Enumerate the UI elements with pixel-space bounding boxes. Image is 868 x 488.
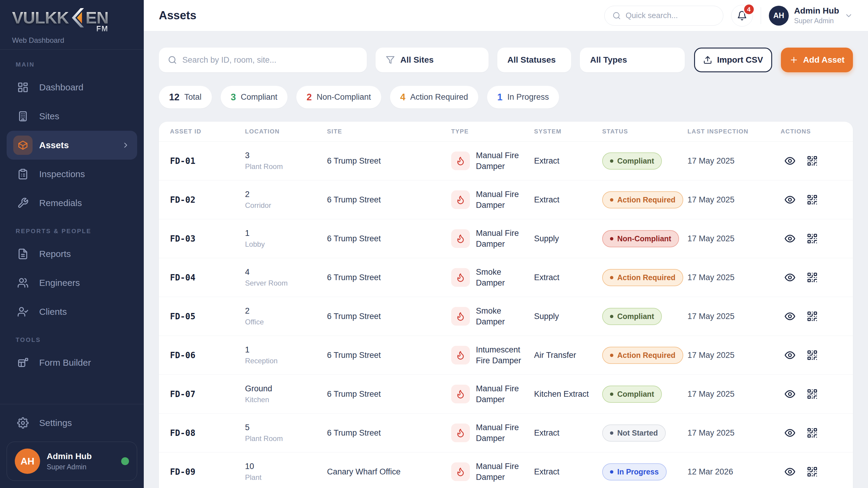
asset-site: 6 Trump Street <box>327 234 451 243</box>
assets-icon <box>18 140 28 151</box>
asset-type-label: Intumescent Fire Damper <box>476 344 526 366</box>
asset-type: Manual Fire Damper <box>451 422 534 444</box>
asset-location: 1 Lobby <box>245 229 327 249</box>
status-label: Compliant <box>617 312 654 321</box>
view-asset-button[interactable] <box>784 311 796 322</box>
status-dot <box>610 354 613 357</box>
asset-type-label: Manual Fire Damper <box>476 461 526 483</box>
location-room: Plant <box>245 473 327 482</box>
table-row[interactable]: FD-03 1 Lobby 6 Trump Street Manual Fire… <box>159 219 853 258</box>
sidebar-item[interactable]: Clients <box>7 297 137 326</box>
asset-site: 6 Trump Street <box>327 195 451 204</box>
table-header-row: ASSET ID LOCATION SITE TYPE SYSTEM STATU… <box>159 122 853 141</box>
qr-code-button[interactable] <box>807 466 818 478</box>
row-actions <box>781 350 842 361</box>
asset-search-input[interactable]: Search by ID, room, site... <box>159 47 367 72</box>
type-filter-dropdown[interactable]: All Types <box>580 47 685 72</box>
view-asset-button[interactable] <box>784 388 796 400</box>
view-asset-button[interactable] <box>784 466 796 478</box>
asset-id: FD-05 <box>170 312 245 321</box>
asset-type-label: Manual Fire Damper <box>476 228 526 250</box>
status-filter-dropdown[interactable]: All Statuses <box>497 47 571 72</box>
filter-bar: Search by ID, room, site... All Sites Al… <box>159 47 853 72</box>
asset-site: Canary Wharf Office <box>327 467 451 477</box>
last-inspection-date: 17 May 2025 <box>687 312 781 321</box>
qr-code-button[interactable] <box>807 311 818 322</box>
upload-icon <box>703 56 712 64</box>
logo-chevron-icon <box>69 8 85 27</box>
status-dot <box>610 159 613 163</box>
stat-pill[interactable]: 3 Compliant <box>221 86 288 108</box>
status-dot <box>610 315 613 318</box>
flame-icon <box>456 234 465 243</box>
sidebar-item[interactable]: Assets <box>7 131 137 160</box>
row-actions <box>781 466 842 478</box>
column-header: ASSET ID <box>170 128 245 135</box>
qr-code-button[interactable] <box>807 388 818 400</box>
view-asset-button[interactable] <box>784 233 796 244</box>
view-asset-button[interactable] <box>784 272 796 283</box>
sidebar-section-label: MAIN <box>7 51 137 73</box>
quick-search-input[interactable]: Quick search... <box>604 6 723 26</box>
table-row[interactable]: FD-08 5 Plant Room 6 Trump Street Manual… <box>159 414 853 452</box>
table-row[interactable]: FD-07 Ground Kitchen 6 Trump Street Manu… <box>159 375 853 414</box>
chevron-down-icon <box>844 11 853 20</box>
location-floor: 5 <box>245 423 327 432</box>
asset-type-label: Manual Fire Damper <box>476 150 526 172</box>
table-row[interactable]: FD-02 2 Corridor 6 Trump Street Manual F… <box>159 181 853 219</box>
status-dot <box>610 431 613 435</box>
sites-filter-dropdown[interactable]: All Sites <box>375 47 488 72</box>
sidebar-item-settings[interactable]: Settings <box>7 409 137 437</box>
asset-type-label: Manual Fire Damper <box>476 383 526 405</box>
user-name: Admin Hub <box>47 452 92 461</box>
table-row[interactable]: FD-04 4 Server Room 6 Trump Street Smoke… <box>159 258 853 297</box>
status-badge: Non-Compliant <box>602 230 679 247</box>
table-row[interactable]: FD-06 1 Reception 6 Trump Street Intumes… <box>159 336 853 375</box>
qr-code-button[interactable] <box>807 350 818 361</box>
view-asset-button[interactable] <box>784 427 796 438</box>
sidebar-item-label: Reports <box>39 249 71 259</box>
sidebar-item[interactable]: Form Builder <box>7 348 137 377</box>
qr-code-button[interactable] <box>807 272 818 283</box>
user-menu[interactable]: AH Admin Hub Super Admin <box>769 6 853 26</box>
sidebar-user-card[interactable]: AH Admin Hub Super Admin <box>7 442 137 481</box>
qr-code-button[interactable] <box>807 194 818 205</box>
asset-system: Extract <box>534 273 602 282</box>
sidebar-item[interactable]: Reports <box>7 239 137 268</box>
view-asset-button[interactable] <box>784 155 796 167</box>
sidebar-item-label: Engineers <box>39 278 80 288</box>
flame-icon <box>456 195 465 204</box>
sidebar-item[interactable]: Engineers <box>7 268 137 297</box>
qr-code-button[interactable] <box>807 233 818 244</box>
stat-pill[interactable]: 12 Total <box>159 86 212 108</box>
avatar: AH <box>15 449 40 474</box>
asset-system: Extract <box>534 156 602 166</box>
table-row[interactable]: FD-05 2 Office 6 Trump Street Smoke Damp… <box>159 297 853 336</box>
table-row[interactable]: FD-01 3 Plant Room 6 Trump Street Manual… <box>159 141 853 181</box>
flame-icon <box>456 312 465 321</box>
stat-pill[interactable]: 4 Action Required <box>390 86 478 108</box>
qr-code-button[interactable] <box>807 427 818 438</box>
sidebar-item[interactable]: Dashboard <box>7 73 137 102</box>
logo-tagline: Web Dashboard <box>12 36 132 44</box>
sidebar-item[interactable]: Sites <box>7 102 137 131</box>
asset-site: 6 Trump Street <box>327 273 451 282</box>
notifications-button[interactable]: 4 <box>731 5 753 27</box>
last-inspection-date: 17 May 2025 <box>687 234 781 243</box>
import-csv-button[interactable]: Import CSV <box>694 47 772 72</box>
sidebar-nav: MAIN Dashboard Sites <box>0 50 144 404</box>
sidebar-item[interactable]: Inspections <box>7 160 137 189</box>
sidebar-item[interactable]: Remedials <box>7 189 137 218</box>
qr-code-button[interactable] <box>807 155 818 167</box>
add-asset-button[interactable]: Add Asset <box>781 47 853 72</box>
stat-pill[interactable]: 2 Non-Compliant <box>296 86 381 108</box>
sidebar-bottom: Settings AH Admin Hub Super Admin <box>0 404 144 488</box>
view-asset-button[interactable] <box>784 194 796 205</box>
stat-pill[interactable]: 1 In Progress <box>487 86 559 108</box>
location-floor: 1 <box>245 345 327 355</box>
table-row[interactable]: FD-09 10 Plant Canary Wharf Office Manua… <box>159 452 853 488</box>
view-asset-button[interactable] <box>784 350 796 361</box>
asset-type: Manual Fire Damper <box>451 461 534 483</box>
sidebar-section-label: REPORTS & PEOPLE <box>7 218 137 239</box>
assets-table: ASSET ID LOCATION SITE TYPE SYSTEM STATU… <box>159 122 853 488</box>
